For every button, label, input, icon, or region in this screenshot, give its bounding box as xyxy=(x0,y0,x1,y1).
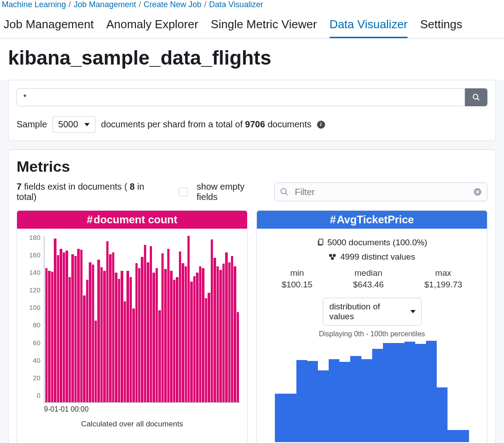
chart-bar xyxy=(115,273,117,402)
chart-bar xyxy=(318,370,329,442)
tab-single-metric-viewer[interactable]: Single Metric Viewer xyxy=(211,15,317,38)
chart-bar xyxy=(296,360,307,442)
clear-icon[interactable] xyxy=(473,187,482,196)
chart-bar xyxy=(80,250,83,402)
chart-bar xyxy=(156,268,158,402)
chart-bar xyxy=(126,271,129,402)
distribution-select[interactable]: distribution of values xyxy=(323,298,421,326)
chart-bar xyxy=(106,241,109,402)
breadcrumb-link[interactable]: Machine Learning xyxy=(2,0,66,9)
chart-bar xyxy=(228,262,230,402)
chart-bar xyxy=(205,298,207,402)
chart-bar xyxy=(112,252,114,402)
distinct-icon xyxy=(329,253,338,261)
metrics-title: Metrics xyxy=(17,158,487,175)
tab-anomaly-explorer[interactable]: Anomaly Explorer xyxy=(106,15,198,38)
chart-bar xyxy=(97,260,100,402)
chart-bar xyxy=(426,341,437,442)
chart-bar xyxy=(219,270,222,402)
chart-bar xyxy=(383,343,394,442)
avg-ticket-histogram: $500$1,000 xyxy=(275,341,469,443)
chart-bar xyxy=(109,254,111,402)
chart-bar xyxy=(152,273,155,402)
document-count-card: #document count 020406080100120140160180… xyxy=(17,210,248,443)
info-icon[interactable]: i xyxy=(317,121,325,129)
breadcrumb-link[interactable]: Create New Job xyxy=(143,0,201,9)
svg-point-8 xyxy=(331,257,334,260)
chart-bar xyxy=(103,271,105,402)
chart-bar xyxy=(69,277,71,402)
chart-bar xyxy=(394,343,404,442)
chart-bar xyxy=(202,268,204,402)
document-count-chart: 020406080100120140160180 9-01-01 00:00 xyxy=(22,236,243,415)
tab-settings[interactable]: Settings xyxy=(420,15,462,38)
documents-icon xyxy=(317,238,325,246)
chart-bar xyxy=(124,301,126,402)
svg-point-6 xyxy=(329,254,332,257)
chart-bar xyxy=(144,245,146,402)
breadcrumb-link[interactable]: Job Management xyxy=(74,0,136,9)
metrics-panel: Metrics 7 fields exist in documents ( 8 … xyxy=(8,149,496,443)
chart-bar xyxy=(415,344,426,442)
chart-bar xyxy=(57,255,59,402)
chart-bar xyxy=(118,279,120,402)
chart-bar xyxy=(179,252,181,402)
show-empty-label: show empty fields xyxy=(197,182,266,202)
tab-job-management[interactable]: Job Management xyxy=(4,15,94,38)
chart-bar xyxy=(286,394,296,442)
chart-bar xyxy=(83,295,85,402)
number-icon: # xyxy=(87,213,92,226)
chart-bar xyxy=(158,310,161,402)
chart-bar xyxy=(231,256,233,402)
chart-bar xyxy=(448,430,458,442)
search-input[interactable] xyxy=(17,88,465,106)
chart-bar xyxy=(173,280,175,402)
breadcrumb-link[interactable]: Data Visualizer xyxy=(209,0,263,9)
chart-bar xyxy=(48,271,50,402)
chart-bar xyxy=(147,262,149,402)
chart-bar xyxy=(89,262,91,402)
chart-bar xyxy=(132,308,135,402)
search-icon xyxy=(472,93,480,101)
avg-ticket-price-card: #AvgTicketPrice 5000 documents (100.0%) … xyxy=(256,210,487,443)
filter-input[interactable] xyxy=(274,182,487,201)
chart-bar xyxy=(121,271,123,402)
svg-line-1 xyxy=(477,98,479,100)
sample-select[interactable]: 5000 xyxy=(52,116,96,133)
chart-bar xyxy=(404,342,415,442)
chart-bar xyxy=(185,266,187,402)
chart-bar xyxy=(275,394,286,442)
chart-bar xyxy=(361,359,372,442)
chart-bar xyxy=(130,277,132,402)
chart-bar xyxy=(45,268,48,402)
chart-bar xyxy=(193,276,196,402)
chart-bar xyxy=(211,239,213,402)
sample-label: Sample xyxy=(17,119,47,130)
chart-bar xyxy=(176,277,178,402)
chart-bar xyxy=(65,251,68,402)
chart-bar xyxy=(74,256,77,402)
page-title: kibana_sample_data_flights xyxy=(0,39,504,80)
svg-line-3 xyxy=(286,193,288,195)
chart-bar xyxy=(60,249,62,402)
chart-bar xyxy=(237,312,239,402)
svg-point-7 xyxy=(333,254,336,257)
tab-data-visualizer[interactable]: Data Visualizer xyxy=(330,15,408,38)
chart-bar xyxy=(135,263,138,402)
chart-bar xyxy=(222,264,225,402)
svg-point-2 xyxy=(281,189,287,194)
chart-bar xyxy=(187,236,190,402)
chart-bar xyxy=(161,253,164,402)
show-empty-checkbox[interactable] xyxy=(179,187,187,196)
chart-bar xyxy=(217,266,219,402)
search-button[interactable] xyxy=(465,88,487,106)
chart-bar xyxy=(208,293,210,402)
svg-point-0 xyxy=(473,94,478,99)
chart-bar xyxy=(138,268,140,402)
chart-bar xyxy=(307,361,318,442)
chart-bar xyxy=(350,356,361,442)
chart-bar xyxy=(339,362,350,442)
breadcrumb: Machine Learning/Job Management/Create N… xyxy=(0,0,504,11)
total-docs: 9706 xyxy=(245,119,265,129)
search-icon xyxy=(280,187,289,196)
